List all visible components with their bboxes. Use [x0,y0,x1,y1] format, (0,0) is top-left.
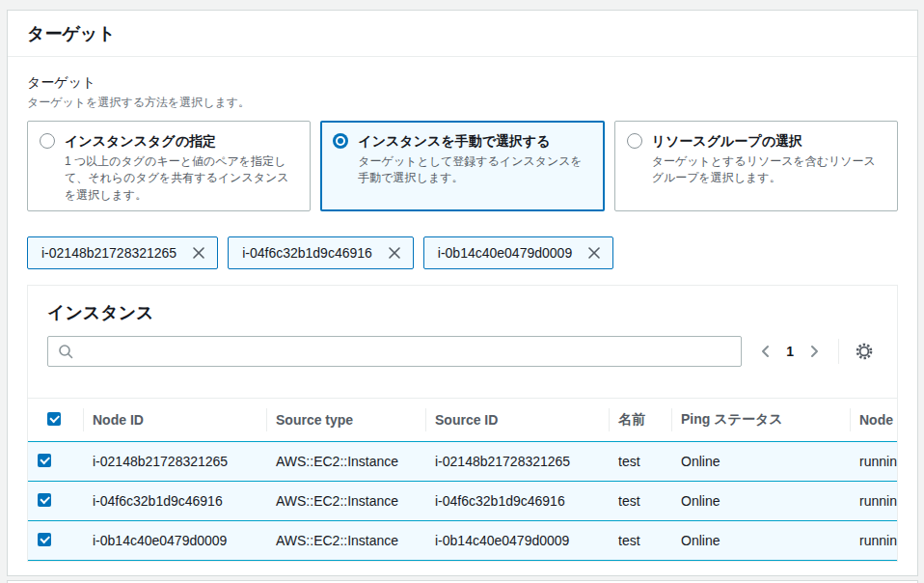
option-description: ターゲットとして登録するインスタンスを手動で選択します。 [358,153,591,187]
cell-source-id: i-0b14c40e0479d0009 [425,521,609,561]
chip-label: i-02148b21728321265 [41,245,177,261]
cell-source-type: AWS::EC2::Instance [266,442,425,482]
previous-page-button[interactable] [753,339,778,364]
cell-source-type: AWS::EC2::Instance [266,482,425,521]
option-title: インスタンスを手動で選択する [358,132,591,151]
option-description: 1 つ以上のタグのキーと値のペアを指定して、それらのタグを共有するインスタンスを… [65,153,298,204]
instances-toolbar: 1 [47,336,878,367]
table-row[interactable]: i-02148b21728321265 AWS::EC2::Instance i… [28,442,897,482]
instances-table: Node ID Source type Source ID 名前 Ping ステ… [28,398,897,561]
radio-checked-icon[interactable] [333,133,348,149]
chip-label: i-04f6c32b1d9c46916 [242,245,372,261]
option-text: インスタンスタグの指定 1 つ以上のタグのキーと値のペアを指定して、それらのタグ… [65,132,298,200]
card-body: ターゲット ターゲットを選択する方法を選択します。 インスタンスタグの指定 1 … [8,57,917,562]
select-all-cell [28,399,83,442]
option-instance-tags[interactable]: インスタンスタグの指定 1 つ以上のタグのキーと値のペアを指定して、それらのタグ… [27,121,311,211]
row-select-cell [28,521,83,561]
instances-panel-header: インスタンス [28,286,897,324]
cell-source-id: i-04f6c32b1d9c46916 [425,482,609,521]
chip-remove-button[interactable] [192,246,205,260]
cell-node-id: i-02148b21728321265 [83,442,266,482]
instance-chip: i-04f6c32b1d9c46916 [228,236,414,269]
row-select-cell [28,482,83,521]
search-box [47,336,742,367]
column-header-name[interactable]: 名前 [609,399,671,442]
page-title: ターゲット [27,22,116,45]
option-text: リソースグループの選択 ターゲットとするリソースを含むリソースグループを選択しま… [652,132,885,200]
selected-instance-chips: i-02148b21728321265 i-04f6c32b1d9c46916 … [27,236,898,269]
instance-chip: i-0b14c40e0479d0009 [423,236,613,269]
cell-node-id: i-0b14c40e0479d0009 [83,521,266,561]
option-description: ターゲットとするリソースを含むリソースグループを選択します。 [652,153,885,187]
column-header-node-id[interactable]: Node ID [83,399,266,442]
cell-node-id: i-04f6c32b1d9c46916 [83,482,266,521]
cell-ping-status: Online [671,521,850,561]
row-checkbox[interactable] [38,533,51,546]
card-header: ターゲット [8,11,917,57]
cell-name: test [609,521,671,561]
target-field-description: ターゲットを選択する方法を選択します。 [27,95,898,111]
settings-gear-icon[interactable] [851,338,878,365]
option-title: リソースグループの選択 [652,132,885,151]
option-manual-instances[interactable]: インスタンスを手動で選択する ターゲットとして登録するインスタンスを手動で選択し… [320,121,604,211]
current-page-number[interactable]: 1 [786,344,794,359]
instances-panel-title: インスタンス [47,303,154,322]
row-select-cell [28,442,83,482]
target-section-card: ターゲット ターゲット ターゲットを選択する方法を選択します。 インスタンスタグ… [7,10,918,576]
radio-unchecked-icon[interactable] [627,133,642,149]
instance-chip: i-02148b21728321265 [27,236,218,269]
column-header-source-id[interactable]: Source ID [425,399,609,442]
next-page-button[interactable] [802,339,827,364]
instances-search-input[interactable] [48,337,741,366]
table-header-row: Node ID Source type Source ID 名前 Ping ステ… [28,399,897,442]
cell-node-state: running [850,442,897,482]
table-row[interactable]: i-0b14c40e0479d0009 AWS::EC2::Instance i… [28,521,897,561]
cell-node-state: running [850,482,897,521]
target-field-label: ターゲット [27,74,898,92]
table-row[interactable]: i-04f6c32b1d9c46916 AWS::EC2::Instance i… [28,482,897,521]
column-header-ping-status[interactable]: Ping ステータス [671,399,850,442]
row-checkbox[interactable] [38,493,51,507]
cell-source-type: AWS::EC2::Instance [266,521,425,561]
option-title: インスタンスタグの指定 [65,132,298,151]
column-header-node[interactable]: Node [850,399,897,442]
cell-source-id: i-02148b21728321265 [425,442,609,482]
option-text: インスタンスを手動で選択する ターゲットとして登録するインスタンスを手動で選択し… [358,132,591,200]
cell-name: test [609,482,671,521]
pagination: 1 [753,338,878,365]
select-all-checkbox[interactable] [47,412,61,426]
target-options: インスタンスタグの指定 1 つ以上のタグのキーと値のペアを指定して、それらのタグ… [27,121,898,211]
toolbar-divider [838,339,839,364]
row-checkbox[interactable] [38,454,51,467]
instances-panel: インスタンス 1 [27,285,898,562]
cell-ping-status: Online [671,482,850,521]
chip-remove-button[interactable] [388,246,401,260]
option-resource-group[interactable]: リソースグループの選択 ターゲットとするリソースを含むリソースグループを選択しま… [614,121,898,211]
cell-node-state: running [850,521,897,561]
chip-label: i-0b14c40e0479d0009 [438,245,572,261]
radio-unchecked-icon[interactable] [40,133,55,149]
cell-name: test [609,442,671,482]
chip-remove-button[interactable] [587,246,601,260]
column-header-source-type[interactable]: Source type [266,399,425,442]
cell-ping-status: Online [671,442,850,482]
